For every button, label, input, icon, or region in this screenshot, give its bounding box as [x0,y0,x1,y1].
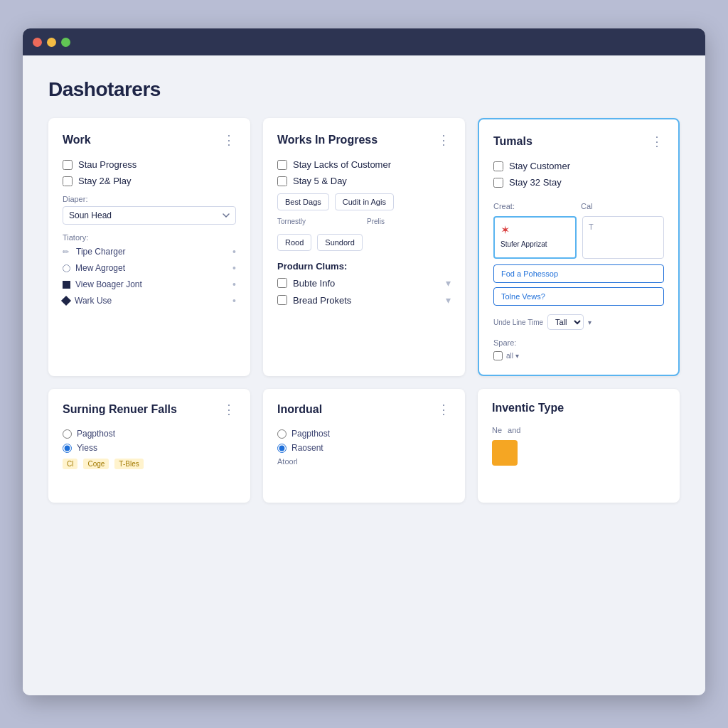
card-work-menu[interactable]: ⋮ [223,132,236,148]
radio-pagpthost-4: Pagpthost [63,429,236,439]
card-surning-title: Surning Renuer Falls [63,403,177,416]
star-icon: ✶ [500,223,569,237]
time-select[interactable]: Tall [547,314,584,330]
tum-cell-2: T [582,216,664,259]
best-dags-button[interactable]: Best Dags [277,193,329,210]
card-tumals-header: Tumals ⋮ [493,134,664,149]
checkbox-bubte: Bubte Info ▾ [277,277,451,289]
orange-box-icon [492,440,518,466]
checkbox-5day-label: Stay 5 & Day [293,176,347,186]
maximize-button[interactable] [61,38,70,47]
checkbox-lacks-input[interactable] [277,160,287,170]
checkbox-bubte-label: Bubte Info [293,278,335,289]
checkbox-stay32-input[interactable] [493,178,503,188]
close-button[interactable] [33,38,42,47]
tag-cl: Cl [63,459,77,469]
radio-pagpthost-4-input[interactable] [63,429,72,439]
pencil-icon: ✏ [63,247,71,256]
card-work: Work ⋮ Stau Progress Stay 2& Play Diaper… [48,118,250,376]
tornestly-label: Tornestly [277,218,361,225]
checkbox-stau-progress-label: Stau Progress [78,159,136,170]
radio-pagpthost-4-label: Pagpthost [77,429,115,439]
diaper-label: Diaper: [63,195,236,203]
radio-raosent-5: Raosent [277,443,451,453]
spare-label: Spare: [493,338,516,347]
card-inordual: Inordual ⋮ Pagpthost Raosent Atoorl [263,389,465,503]
checkbox-bread-label: Bread Prokets [293,295,351,306]
checkbox-stay-play-label: Stay 2& Play [78,176,131,186]
list-item-1-label: Tipe Charger [76,247,126,257]
checkbox-stay-play: Stay 2& Play [63,176,236,186]
checkbox-stay-customer: Stay Customer [493,161,664,171]
tag-coge: Coge [83,459,109,469]
checkbox-bread-input[interactable] [277,295,287,305]
checkbox-lacks-label: Stay Lacks of Customer [293,159,391,170]
radio-yiess-4-label: Yiess [77,443,97,453]
sundord-button[interactable]: Sundord [317,234,363,251]
card-surning: Surning Renuer Falls ⋮ Pagpthost Yiess C… [48,389,250,503]
radio-yiess-4-input[interactable] [63,444,72,453]
spare-checkbox[interactable] [493,351,503,360]
radio-yiess-4: Yiess [63,443,236,453]
card-wip: Works In Progress ⋮ Stay Lacks of Custom… [263,118,465,376]
spare-val: all ▾ [506,352,519,360]
radio-pagpthost-5-label: Pagpthost [291,429,330,439]
checkbox-bubte-input[interactable] [277,278,287,288]
card-tumals: Tumals ⋮ Stay Customer Stay 32 Stay Crea… [478,118,680,376]
card-tumals-title: Tumals [493,135,532,148]
spare-section: Spare: all ▾ [493,336,664,360]
dropdown-arrow-icon: ▾ [588,318,592,326]
checkbox-stay-customer-input[interactable] [493,161,503,171]
and-label: and [508,426,520,434]
fod-button[interactable]: Fod a Pohessop [493,264,664,283]
dashboard-grid: Work ⋮ Stau Progress Stay 2& Play Diaper… [48,118,680,376]
card-tumals-menu[interactable]: ⋮ [651,134,664,149]
checkbox-stau-progress-input[interactable] [63,160,73,170]
checkbox-stau-progress: Stau Progress [63,159,236,170]
wip-button-row-2: Rood Sundord [277,234,451,251]
radio-raosent-5-input[interactable] [277,444,287,453]
checkbox-stay-play-input[interactable] [63,176,73,186]
radio-pagpthost-5: Pagpthost [277,429,451,439]
bubte-dots: ▾ [446,277,451,289]
produrn-label: Produrn Clums: [277,261,451,272]
diamond-icon [61,296,71,306]
list-item-3-label: View Boager Jont [75,279,142,289]
card-work-title: Work [63,134,91,146]
bottom-grid: Surning Renuer Falls ⋮ Pagpthost Yiess C… [48,389,680,503]
tum-cell-1: ✶ Stufer Apprizat [493,216,577,259]
checkbox-5day: Stay 5 & Day [277,176,451,186]
card-wip-title: Works In Progress [277,134,378,146]
list-item-3-dots: • [232,279,236,290]
cell1-text: Stufer Apprizat [500,240,547,248]
card-inventic-title: Inventic Type [492,402,564,414]
list-item-2-dots: • [232,262,236,274]
prelis-label: Prelis [367,218,451,225]
card-surning-menu[interactable]: ⋮ [223,402,236,417]
list-item-4: Wark Use • [63,295,236,306]
ne-label: Ne [492,426,502,434]
rood-button[interactable]: Rood [277,234,311,251]
app-content: Dashotarers Work ⋮ Stau Progress Stay 2&… [23,55,705,695]
list-item-2: Mew Agroget • [63,262,236,274]
tolne-button[interactable]: Tolne Vews? [493,287,664,306]
tag-tbles: T-Bles [114,459,143,469]
card-wip-header: Works In Progress ⋮ [277,132,451,148]
card-wip-menu[interactable]: ⋮ [437,132,451,148]
cudit-button[interactable]: Cudit in Agis [335,193,394,210]
tatory-label: Tiatory: [63,233,236,242]
checkbox-stay-customer-label: Stay Customer [509,161,570,171]
list-item-4-label: Wark Use [75,296,112,306]
bread-dots: ▾ [446,294,451,306]
minimize-button[interactable] [47,38,56,47]
diaper-select[interactable]: Soun Head [63,206,236,225]
checkbox-stay32: Stay 32 Stay [493,177,664,188]
browser-titlebar [23,28,705,55]
list-item-1-dots: • [232,246,236,257]
card-inordual-title: Inordual [277,403,322,416]
card-inventic: Inventic Type Ne and [478,389,680,503]
list-item-2-label: Mew Agroget [75,263,125,273]
card-inordual-menu[interactable]: ⋮ [437,402,451,417]
checkbox-5day-input[interactable] [277,176,287,186]
radio-pagpthost-5-input[interactable] [277,429,287,439]
